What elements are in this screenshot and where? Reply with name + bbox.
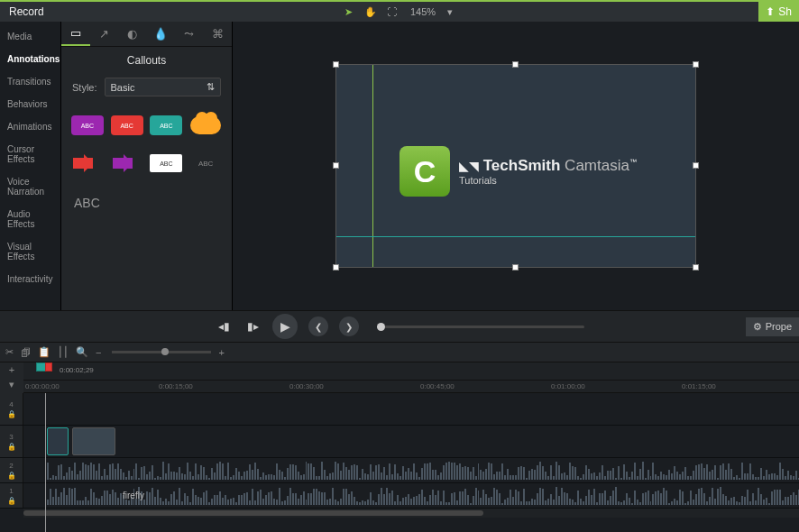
logo-content: C ◣◥ TechSmith Camtasia™ Tutorials [400,146,637,197]
callout-bubble-red[interactable]: ABC [110,109,144,142]
zoom-out-button[interactable]: 🔍 [76,346,88,358]
style-label: Style: [72,82,97,93]
callout-bubble-purple[interactable]: ABC [70,109,105,142]
properties-label: Prope [766,321,792,332]
time-tick: 0:00:30;00 [289,382,324,390]
sidebar-item-visual-effects[interactable]: Visual Effects [0,235,60,268]
time-tick: 0:01:00;00 [551,382,585,390]
brand-light: Camtasia [560,157,629,174]
track-3[interactable] [23,426,799,457]
tool-sidebar: Media Annotations Transitions Behaviors … [0,22,61,310]
guide-horizontal [336,236,695,237]
time-tick: 0:00:00;00 [25,382,60,390]
copy-button[interactable]: 🗐 [21,347,31,358]
step-back-button[interactable]: ❮ [308,316,328,336]
resize-handle[interactable] [512,61,519,68]
tab-blur[interactable]: 💧 [147,22,176,46]
camtasia-logo-icon: C [400,146,450,197]
prev-frame-button[interactable]: ◂▮ [215,317,233,335]
track-header-4[interactable]: 4🔒 [0,393,23,425]
add-track-button[interactable]: + [0,362,23,377]
record-button[interactable]: Record [0,2,53,22]
sidebar-item-cursor-effects[interactable]: Cursor Effects [0,138,60,170]
sidebar-item-behaviors[interactable]: Behaviors [0,93,60,115]
style-value: Basic [111,82,135,93]
preview-canvas[interactable]: C ◣◥ TechSmith Camtasia™ Tutorials [335,64,696,268]
tab-keystroke[interactable]: ⌘ [204,22,233,46]
timeline-scrollbar[interactable] [23,509,799,518]
resize-handle[interactable] [333,61,339,68]
sidebar-item-animations[interactable]: Animations [0,115,60,138]
zoom-plus[interactable]: + [218,347,224,358]
techsmith-icon: ◣◥ [459,159,479,173]
split-button[interactable]: ⎮⎮ [58,346,69,358]
preview-scrubber[interactable] [377,326,584,328]
time-tick: 0:01:15;00 [682,382,716,390]
sidebar-item-audio-effects[interactable]: Audio Effects [0,203,60,235]
callout-bubble-teal[interactable]: ABC [150,109,184,142]
hand-tool-icon[interactable]: ✋ [363,5,378,19]
sidebar-item-transitions[interactable]: Transitions [0,70,60,93]
panel-title: Callouts [61,47,232,74]
chevron-down-icon: ⇅ [207,81,215,93]
sidebar-item-voice-narration[interactable]: Voice Narration [0,170,60,203]
share-button[interactable]: ⬆ Sh [758,2,799,22]
sidebar-item-interactivity[interactable]: Interactivity [0,268,60,290]
play-button[interactable]: ▶ [272,314,298,339]
sidebar-item-media[interactable]: Media [0,25,60,48]
callout-text-ghost[interactable]: ABC [188,147,223,179]
trademark: ™ [629,158,637,166]
step-forward-button[interactable]: ❯ [339,316,359,336]
video-clip[interactable] [47,427,69,455]
resize-handle[interactable] [693,264,699,271]
playhead[interactable] [45,393,46,532]
timeline-ruler[interactable]: 0:00:02;29 [23,362,799,381]
audio-waveform [47,486,799,505]
track-header-3[interactable]: 3🔒 [0,426,23,457]
style-select[interactable]: Basic ⇅ [105,78,221,96]
timeline-tracks: 4🔒 3🔒 2🔒 1🔒 firefly [0,393,799,518]
track-4[interactable] [23,393,799,425]
time-tick: 0:00:45;00 [420,382,455,390]
resize-handle[interactable] [693,61,699,68]
properties-button[interactable]: ⚙ Prope [746,317,799,336]
zoom-minus[interactable]: − [96,347,101,358]
track-2[interactable] [23,458,799,482]
annotations-panel: ▭ ↗ ◐ 💧 ⤳ ⌘ Callouts Style: Basic ⇅ ABC … [61,22,233,310]
callout-clip[interactable] [72,427,115,455]
callout-arrow-purple[interactable] [110,147,144,179]
crop-tool-icon[interactable]: ⛶ [385,5,400,19]
next-frame-button[interactable]: ▮▸ [243,317,262,335]
tab-callouts[interactable]: ▭ [61,22,90,46]
tab-motion[interactable]: ⤳ [175,22,204,46]
resize-handle[interactable] [333,162,339,169]
track-1[interactable]: firefly [23,483,799,508]
callout-box-white[interactable]: ABC [150,147,184,179]
brand-bold: TechSmith [483,157,561,174]
cut-button[interactable]: ✂ [5,346,14,358]
share-label: Sh [778,5,792,18]
resize-handle[interactable] [333,264,339,271]
track-header-1[interactable]: 1🔒 [0,483,23,508]
callout-text-plain[interactable]: ABC [61,188,232,217]
tab-shapes[interactable]: ◐ [118,22,147,46]
zoom-dropdown-icon[interactable]: ▾ [443,5,457,19]
collapse-button[interactable]: ▾ [0,377,23,391]
resize-handle[interactable] [512,264,519,271]
audio-waveform [47,461,799,480]
tab-arrows[interactable]: ↗ [90,22,119,46]
current-time: 0:00:02;29 [60,366,94,374]
callout-cloud-orange[interactable] [188,109,223,142]
sidebar-item-annotations[interactable]: Annotations [0,48,60,70]
upload-icon: ⬆ [766,5,775,18]
clip-label: firefly [123,491,144,500]
brand-sub: Tutorials [459,175,637,186]
pointer-tool-icon[interactable]: ➤ [342,5,356,19]
resize-handle[interactable] [693,162,699,169]
callout-arrow-red[interactable] [70,147,105,179]
time-tick: 0:00:15;00 [159,382,193,390]
paste-button[interactable]: 📋 [38,346,51,358]
timeline-zoom-slider[interactable] [112,351,211,353]
zoom-level[interactable]: 145% [410,6,436,17]
track-header-2[interactable]: 2🔒 [0,458,23,482]
